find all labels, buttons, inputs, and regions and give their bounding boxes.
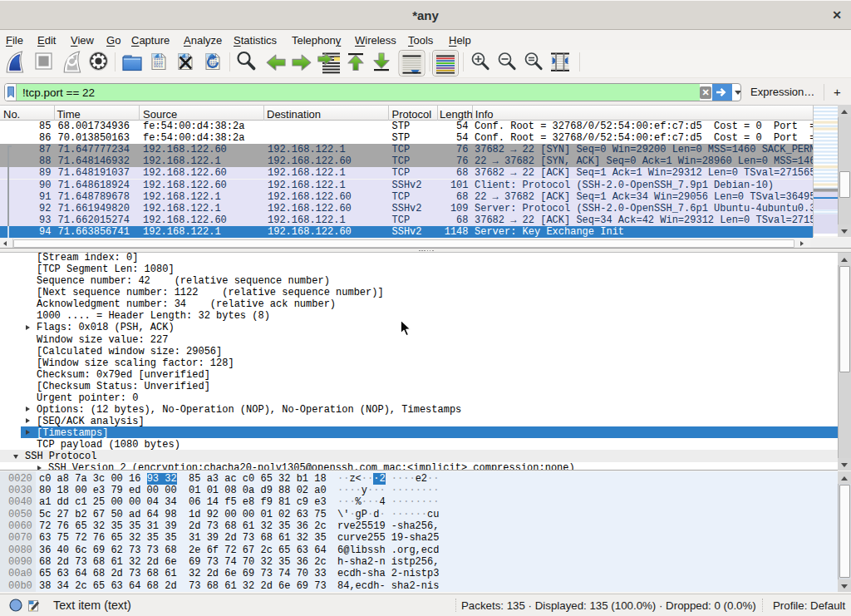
svg-text:0011: 0011 [154,64,163,68]
